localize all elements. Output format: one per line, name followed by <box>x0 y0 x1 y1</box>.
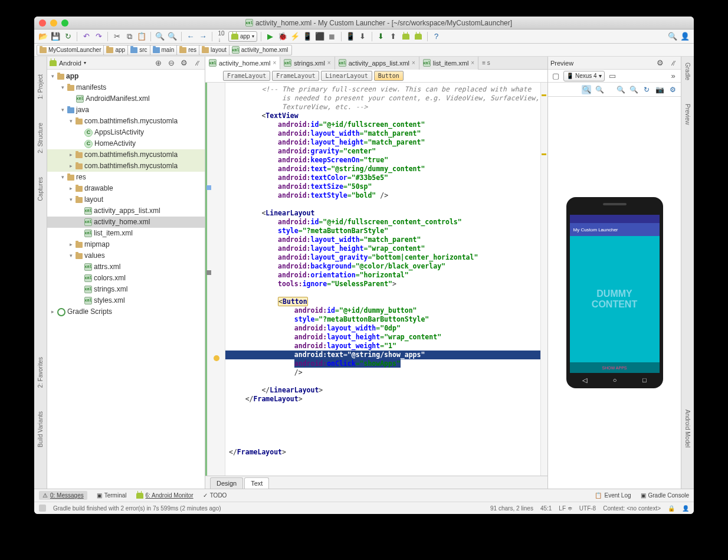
android-monitor-tool-button[interactable]: 6: Android Monitor <box>136 492 194 499</box>
undo-icon[interactable]: ↶ <box>81 31 91 42</box>
breadcrumb[interactable]: main <box>150 45 179 55</box>
replace-icon[interactable]: 🔍 <box>167 31 178 42</box>
monitor-icon[interactable] <box>413 31 424 42</box>
layout-crumb[interactable]: FrameLayout <box>223 71 270 81</box>
sdk-icon[interactable]: ⬇ <box>358 31 368 42</box>
debug-icon[interactable]: 🐞 <box>277 31 288 42</box>
breadcrumb[interactable]: app <box>103 45 129 55</box>
inspector-icon[interactable]: 👤 <box>682 505 689 512</box>
gear-icon[interactable]: ⚙ <box>655 58 665 68</box>
forward-icon[interactable]: → <box>198 31 208 42</box>
text-tab[interactable]: Text <box>244 477 269 489</box>
redo-icon[interactable]: ↷ <box>93 31 104 42</box>
project-tree[interactable]: ▾app ▾manifests xmlAndroidManifest.xml ▾… <box>47 70 205 489</box>
gradle-sync-icon[interactable]: ⬇ <box>376 31 386 42</box>
zoom-in-icon[interactable]: 🔍 <box>616 85 625 94</box>
breadcrumb[interactable]: res <box>176 45 201 55</box>
screenshot-icon[interactable]: 📷 <box>655 85 664 94</box>
structure-icon[interactable]: ⬆ <box>388 31 399 42</box>
search-icon[interactable]: 🔍 <box>667 31 678 42</box>
context-info[interactable]: Context: <no context> <box>603 505 661 512</box>
refresh-icon[interactable]: ↻ <box>642 85 651 94</box>
paste-icon[interactable]: 📋 <box>136 31 147 42</box>
orientation-icon[interactable]: ▭ <box>607 71 618 81</box>
tab-apps-list[interactable]: xmlactivity_apps_list.xml× <box>335 57 419 70</box>
ddms-icon[interactable] <box>401 31 411 42</box>
avd-icon[interactable]: 📱 <box>345 31 356 42</box>
cursor-position[interactable]: 45:1 <box>540 505 552 512</box>
device-select[interactable]: 📱 Nexus 4 ▾ <box>563 71 605 81</box>
attach-icon[interactable]: 📱 <box>302 31 313 42</box>
stop2-icon[interactable]: ◼ <box>327 31 337 42</box>
structure-tool-button[interactable]: 2: Structure <box>37 123 44 153</box>
gear-icon[interactable]: ⚙ <box>179 58 189 68</box>
hide-icon[interactable]: ⫽ <box>668 58 678 68</box>
code-editor[interactable]: <!-- The primary full-screen view. This … <box>225 83 547 476</box>
back-icon[interactable]: ← <box>185 31 196 42</box>
close-icon[interactable]: × <box>327 60 331 66</box>
layout-crumb-active[interactable]: Button <box>374 71 404 81</box>
close-icon[interactable]: × <box>471 60 474 66</box>
close-icon[interactable]: × <box>412 60 415 66</box>
user-icon[interactable]: 👤 <box>680 31 690 42</box>
save-icon[interactable]: 💾 <box>50 31 61 42</box>
breadcrumb[interactable]: src <box>127 45 151 55</box>
project-view-select[interactable]: Android <box>59 60 81 67</box>
breadcrumb[interactable]: MyCustomLauncher <box>37 45 105 55</box>
run-icon[interactable]: ▶ <box>265 31 276 42</box>
config-icon[interactable]: ▢ <box>550 71 561 81</box>
window-title: xml activity_home.xml - My Custom Launch… <box>68 19 689 27</box>
layout-crumb[interactable]: FrameLayout <box>272 71 319 81</box>
gradle-tool-button[interactable]: Gradle <box>684 63 691 80</box>
event-log-tool-button[interactable]: 📋 Event Log <box>595 492 631 499</box>
zoom-out-icon[interactable]: 🔍 <box>629 85 638 94</box>
gutter[interactable] <box>205 83 225 476</box>
layout-crumb[interactable]: LinearLayout <box>321 71 372 81</box>
stop-icon[interactable]: ⬛ <box>314 31 325 42</box>
help-icon[interactable]: ? <box>431 31 442 42</box>
breadcrumb[interactable]: xmlactivity_home.xml <box>229 45 292 55</box>
tab-list-item[interactable]: xmllist_item.xml× <box>419 57 478 70</box>
minimize-window-button[interactable] <box>50 19 57 27</box>
sync-icon[interactable]: ↻ <box>63 31 73 42</box>
android-model-tool-button[interactable]: Android Model <box>684 410 691 447</box>
make-icon[interactable]: 10↓ <box>216 31 227 42</box>
scroll-from-source-icon[interactable]: ⊕ <box>153 58 163 68</box>
tab-activity-home[interactable]: xmlactivity_home.xml× <box>205 57 280 70</box>
build-variants-tool-button[interactable]: Build Variants <box>37 411 44 447</box>
close-icon[interactable]: × <box>273 60 276 66</box>
open-icon[interactable]: 📂 <box>38 31 48 42</box>
preview-canvas[interactable]: My Custom Launcher DUMMYCONTENT SHOW APP… <box>548 97 681 489</box>
favorites-tool-button[interactable]: 2: Favorites <box>37 357 44 388</box>
close-window-button[interactable] <box>39 19 46 27</box>
error-stripe[interactable] <box>540 83 547 476</box>
design-tab[interactable]: Design <box>210 477 243 489</box>
breadcrumb-bar: MyCustomLauncher app src main res layout… <box>34 44 694 57</box>
collapse-icon[interactable]: ⊖ <box>166 58 176 68</box>
terminal-tool-button[interactable]: ▣ Terminal <box>97 492 127 499</box>
run-config-select[interactable]: app ▾ <box>228 31 257 42</box>
find-icon[interactable]: 🔍 <box>155 31 165 42</box>
tree-item-selected[interactable]: xmlactivity_home.xml <box>47 217 205 228</box>
breadcrumb[interactable]: layout <box>199 45 231 55</box>
zoom-100-icon[interactable]: 🔍 <box>595 85 604 94</box>
profiler-icon[interactable]: ⚡ <box>290 31 300 42</box>
gradle-console-tool-button[interactable]: ▣ Gradle Console <box>641 492 689 499</box>
captures-tool-button[interactable]: Captures <box>37 177 44 201</box>
cut-icon[interactable]: ✂ <box>112 31 122 42</box>
zoom-window-button[interactable] <box>61 19 68 27</box>
encoding[interactable]: UTF-8 <box>579 505 596 512</box>
hide-icon[interactable]: ⫽ <box>192 58 202 68</box>
line-ending[interactable]: LF ≑ <box>559 505 572 512</box>
lock-icon[interactable]: 🔒 <box>668 505 675 512</box>
more-icon[interactable]: » <box>668 71 678 81</box>
copy-icon[interactable]: ⧉ <box>124 31 135 42</box>
more-tabs-button[interactable]: ≡ s <box>478 60 494 66</box>
zoom-fit-icon[interactable]: 🔍 <box>582 85 591 94</box>
settings-icon[interactable]: ⚙ <box>668 85 677 94</box>
preview-tool-button[interactable]: Preview <box>684 104 691 125</box>
todo-tool-button[interactable]: ✓ TODO <box>203 492 227 499</box>
project-tool-button[interactable]: 1: Project <box>37 74 44 99</box>
tab-strings[interactable]: xmlstrings.xml× <box>280 57 335 70</box>
messages-tool-button[interactable]: ⚠ 0: Messages <box>39 491 87 500</box>
